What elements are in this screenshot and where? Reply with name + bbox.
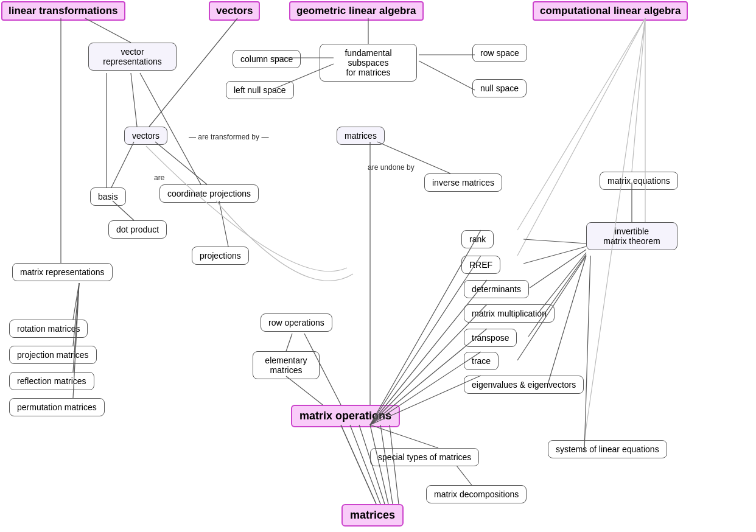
svg-line-27 bbox=[286, 376, 323, 405]
rref-node: RREF bbox=[461, 256, 500, 274]
column-space-node: column space bbox=[233, 50, 301, 68]
vectors-top-label: vectors bbox=[209, 1, 260, 21]
projections-node: projections bbox=[192, 247, 249, 265]
svg-line-7 bbox=[419, 61, 475, 90]
matrix-decompositions-node: matrix decompositions bbox=[426, 485, 527, 503]
permutation-matrices-node: permutation matrices bbox=[9, 398, 105, 416]
determinants-node: determinants bbox=[464, 280, 529, 298]
geometric-linear-algebra-label: geometric linear algebra bbox=[289, 1, 424, 21]
dot-product-node: dot product bbox=[108, 220, 167, 239]
coordinate-projections-node: coordinate projections bbox=[159, 184, 259, 203]
svg-line-47 bbox=[530, 250, 586, 288]
computational-linear-algebra-label: computational linear algebra bbox=[533, 1, 688, 21]
reflection-matrices-node: reflection matrices bbox=[9, 372, 94, 390]
are-undone-by-label: are undone by bbox=[368, 163, 415, 172]
svg-line-15 bbox=[219, 201, 228, 247]
svg-line-19 bbox=[131, 73, 137, 127]
matrices-bottom-node: matrices bbox=[341, 504, 404, 527]
eigenvalues-node: eigenvalues & eigenvectors bbox=[464, 376, 584, 394]
svg-line-22 bbox=[73, 283, 79, 320]
null-space-node: null space bbox=[472, 79, 527, 97]
svg-line-2 bbox=[149, 18, 237, 127]
svg-line-49 bbox=[528, 254, 586, 337]
svg-line-52 bbox=[584, 256, 590, 452]
matrices-mid-node: matrices bbox=[337, 127, 385, 145]
matrix-operations-node: matrix operations bbox=[291, 405, 400, 427]
svg-line-35 bbox=[370, 425, 438, 448]
rank-node: rank bbox=[461, 230, 494, 248]
vectors-mid-node: vectors bbox=[124, 127, 167, 145]
left-null-space-node: left null space bbox=[226, 81, 294, 99]
trace-node: trace bbox=[464, 352, 499, 370]
matrix-representations-node: matrix representations bbox=[12, 263, 113, 281]
vector-representations-node: vector representations bbox=[88, 43, 177, 71]
projection-matrices-node: projection matrices bbox=[9, 346, 97, 364]
invertible-matrix-theorem-node: invertiblematrix theorem bbox=[586, 222, 677, 250]
are-label: are bbox=[154, 173, 164, 182]
linear-transformations-label: linear transformations bbox=[1, 1, 125, 21]
svg-line-12 bbox=[517, 18, 645, 256]
svg-line-46 bbox=[523, 247, 586, 264]
row-operations-node: row operations bbox=[261, 313, 332, 332]
special-types-node: special types of matrices bbox=[370, 448, 479, 466]
svg-line-13 bbox=[111, 142, 134, 187]
rotation-matrices-node: rotation matrices bbox=[9, 320, 88, 338]
svg-line-9 bbox=[632, 18, 645, 172]
matrix-multiplication-node: matrix multiplication bbox=[464, 304, 555, 323]
inverse-matrices-node: inverse matrices bbox=[424, 173, 502, 192]
fundamental-subspaces-node: fundamental subspacesfor matrices bbox=[320, 44, 417, 82]
svg-line-11 bbox=[517, 18, 645, 230]
svg-line-26 bbox=[286, 334, 292, 351]
svg-line-48 bbox=[539, 253, 586, 312]
row-space-node: row space bbox=[472, 44, 527, 62]
systems-linear-equations-node: systems of linear equations bbox=[548, 440, 667, 458]
matrix-equations-node: matrix equations bbox=[600, 172, 678, 190]
transpose-node: transpose bbox=[464, 329, 517, 347]
elementary-matrices-node: elementarymatrices bbox=[253, 351, 320, 379]
svg-line-0 bbox=[85, 18, 131, 43]
are-transformed-by-label: — are transformed by — bbox=[189, 133, 268, 141]
basis-node: basis bbox=[90, 187, 126, 206]
svg-line-45 bbox=[523, 239, 586, 243]
svg-line-43 bbox=[457, 466, 472, 485]
